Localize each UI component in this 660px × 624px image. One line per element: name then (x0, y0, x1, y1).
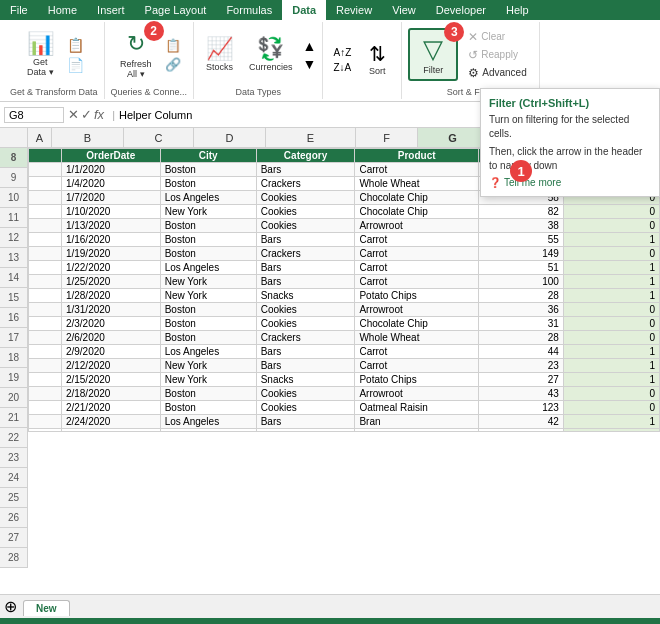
cell-c11[interactable]: Los Angeles (160, 191, 256, 205)
tab-data[interactable]: Data (282, 0, 326, 20)
cell-f21[interactable]: 28 (478, 331, 563, 345)
sort-az-btn[interactable]: A↑Z Z↓A (329, 46, 355, 74)
cell-a9[interactable] (29, 163, 62, 177)
row-header-14[interactable]: 14 (0, 268, 28, 288)
data-type-down[interactable]: ▼ (303, 56, 317, 72)
cell-b13[interactable]: 1/13/2020 (61, 219, 160, 233)
cell-g13[interactable]: 0 (563, 219, 659, 233)
row-header-26[interactable]: 26 (0, 508, 28, 528)
sort-button[interactable]: ⇅ Sort (359, 32, 395, 88)
cell-b19[interactable]: 1/31/2020 (61, 303, 160, 317)
row-header-22[interactable]: 22 (0, 428, 28, 448)
cell-d17[interactable]: Bars (256, 275, 355, 289)
cell-c20[interactable]: Boston (160, 317, 256, 331)
cell-e12[interactable]: Chocolate Chip (355, 205, 478, 219)
cell-c14[interactable]: Boston (160, 233, 256, 247)
cell-a27[interactable] (29, 415, 62, 429)
row-header-19[interactable]: 19 (0, 368, 28, 388)
cell-b15[interactable]: 1/19/2020 (61, 247, 160, 261)
cell-e23[interactable]: Carrot (355, 359, 478, 373)
col-header-G[interactable]: G (418, 128, 488, 148)
cell-a10[interactable] (29, 177, 62, 191)
cell-d19[interactable]: Cookies (256, 303, 355, 317)
cell-c15[interactable]: Boston (160, 247, 256, 261)
advanced-button[interactable]: ⚙ Advanced (464, 65, 530, 81)
cell-c17[interactable]: New York (160, 275, 256, 289)
row-header-28[interactable]: 28 (0, 548, 28, 568)
cell-d25[interactable]: Cookies (256, 387, 355, 401)
cell-e17[interactable]: Carrot (355, 275, 478, 289)
cell-e20[interactable]: Chocolate Chip (355, 317, 478, 331)
cell-g27[interactable]: 1 (563, 415, 659, 429)
confirm-formula-icon[interactable]: ✓ (81, 107, 92, 122)
cell-b11[interactable]: 1/7/2020 (61, 191, 160, 205)
cell-b14[interactable]: 1/16/2020 (61, 233, 160, 247)
tab-developer[interactable]: Developer (426, 0, 496, 20)
show-queries-button[interactable]: 📄 (64, 56, 87, 74)
row-header-24[interactable]: 24 (0, 468, 28, 488)
col-header-E[interactable]: E (266, 128, 356, 148)
cell-d23[interactable]: Bars (256, 359, 355, 373)
edit-links-button[interactable]: 🔗 (162, 56, 184, 73)
cell-b24[interactable]: 2/15/2020 (61, 373, 160, 387)
cell-c16[interactable]: Los Angeles (160, 261, 256, 275)
cell-g16[interactable]: 1 (563, 261, 659, 275)
cell-c8[interactable]: City (160, 149, 256, 163)
cell-a8[interactable] (29, 149, 62, 163)
cell-f27[interactable]: 42 (478, 415, 563, 429)
cell-f23[interactable]: 23 (478, 359, 563, 373)
cell-f25[interactable]: 43 (478, 387, 563, 401)
cell-c18[interactable]: New York (160, 289, 256, 303)
cell-e27[interactable]: Bran (355, 415, 478, 429)
row-header-18[interactable]: 18 (0, 348, 28, 368)
cell-d12[interactable]: Cookies (256, 205, 355, 219)
cell-g14[interactable]: 1 (563, 233, 659, 247)
cell-a28[interactable] (29, 429, 62, 432)
cell-d10[interactable]: Crackers (256, 177, 355, 191)
cell-b26[interactable]: 2/21/2020 (61, 401, 160, 415)
tab-home[interactable]: Home (38, 0, 87, 20)
row-header-16[interactable]: 16 (0, 308, 28, 328)
cell-d27[interactable]: Bars (256, 415, 355, 429)
row-header-20[interactable]: 20 (0, 388, 28, 408)
cell-c13[interactable]: Boston (160, 219, 256, 233)
tab-file[interactable]: File (0, 0, 38, 20)
cell-d26[interactable]: Cookies (256, 401, 355, 415)
cell-f16[interactable]: 51 (478, 261, 563, 275)
cell-d21[interactable]: Crackers (256, 331, 355, 345)
cell-e11[interactable]: Chocolate Chip (355, 191, 478, 205)
cell-f13[interactable]: 38 (478, 219, 563, 233)
col-header-A[interactable]: A (28, 128, 52, 148)
cell-a18[interactable] (29, 289, 62, 303)
cell-a23[interactable] (29, 359, 62, 373)
properties-button[interactable]: 📋 (162, 37, 184, 54)
cell-a12[interactable] (29, 205, 62, 219)
sort-za[interactable]: Z↓A (329, 61, 355, 74)
cell-b10[interactable]: 1/4/2020 (61, 177, 160, 191)
row-header-8[interactable]: 8 (0, 148, 28, 168)
row-header-13[interactable]: 13 (0, 248, 28, 268)
cell-e14[interactable]: Carrot (355, 233, 478, 247)
get-data-button[interactable]: 📊 GetData ▾ (21, 27, 60, 83)
cell-b22[interactable]: 2/9/2020 (61, 345, 160, 359)
cell-c21[interactable]: Boston (160, 331, 256, 345)
cell-b9[interactable]: 1/1/2020 (61, 163, 160, 177)
cell-b27[interactable]: 2/24/2020 (61, 415, 160, 429)
cell-c19[interactable]: Boston (160, 303, 256, 317)
cell-d22[interactable]: Bars (256, 345, 355, 359)
row-header-25[interactable]: 25 (0, 488, 28, 508)
new-query-button[interactable]: 📋 (64, 36, 87, 54)
cell-c23[interactable]: New York (160, 359, 256, 373)
cancel-formula-icon[interactable]: ✕ (68, 107, 79, 122)
cell-a24[interactable] (29, 373, 62, 387)
sort-az[interactable]: A↑Z (329, 46, 355, 59)
add-sheet-button[interactable]: ⊕ (4, 597, 17, 616)
cell-g12[interactable]: 0 (563, 205, 659, 219)
cell-e15[interactable]: Carrot (355, 247, 478, 261)
cell-reference[interactable] (4, 107, 64, 123)
cell-d15[interactable]: Crackers (256, 247, 355, 261)
cell-e18[interactable]: Potato Chips (355, 289, 478, 303)
cell-a26[interactable] (29, 401, 62, 415)
cell-g17[interactable]: 1 (563, 275, 659, 289)
cell-e10[interactable]: Whole Wheat (355, 177, 478, 191)
